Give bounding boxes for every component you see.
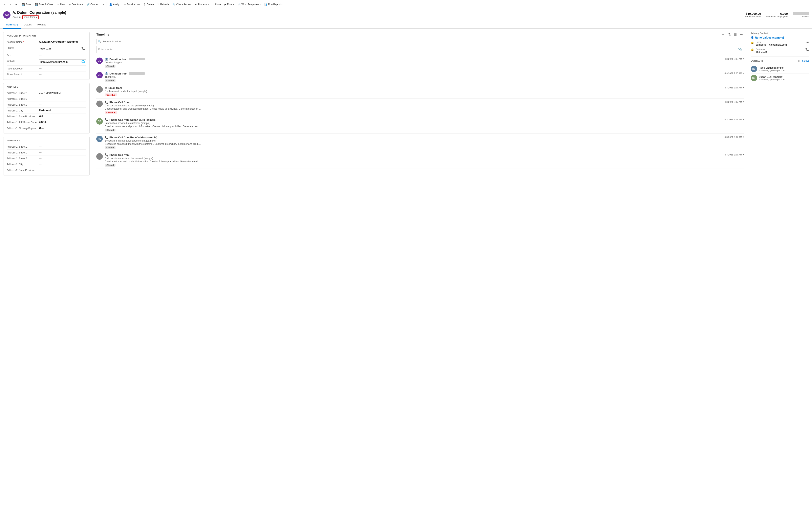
timeline-items-list: JL 🏦 Donation from 4/3/2021 2:08 AM ▾ Of… bbox=[96, 56, 744, 169]
record-header-right: $10,000.00 Annual Revenue 6,200 Number o… bbox=[744, 12, 809, 18]
phone-input[interactable] bbox=[40, 47, 81, 50]
timeline-add-button[interactable]: ＋ bbox=[721, 32, 725, 37]
contact-card-info: Rene Valdes (sample) someone_i@example.c… bbox=[759, 66, 804, 72]
forward-button[interactable]: → bbox=[8, 2, 13, 7]
email-info-block: Email someone_i@example.com bbox=[756, 41, 787, 46]
run-report-button[interactable]: 📊 Run Report ▾ bbox=[263, 2, 284, 7]
field-value-a2-city: --- bbox=[39, 162, 86, 166]
save-close-button[interactable]: 💾 Save & Close bbox=[33, 2, 55, 7]
timeline-item-type-icon: 📞 bbox=[105, 153, 108, 156]
tab-related[interactable]: Related bbox=[34, 21, 49, 29]
delete-button[interactable]: 🗑 Delete bbox=[142, 2, 156, 7]
process-button[interactable]: ⚙ Process ▾ bbox=[193, 2, 210, 7]
contacts-grid-icon[interactable]: ⊞ bbox=[798, 59, 800, 62]
timeline-search-input[interactable] bbox=[103, 40, 742, 43]
save-button[interactable]: 💾 Save bbox=[20, 2, 33, 7]
field-label-a2-city: Address 2: City bbox=[7, 162, 39, 166]
timeline-badge: Overdue bbox=[105, 94, 117, 96]
timeline-item: JL 🏦 Donation from 4/3/2021 2:08 AM ▾ Of… bbox=[96, 56, 744, 70]
field-value-account-name: A. Datum Corporation (sample) bbox=[39, 40, 86, 43]
timeline-item-expand-icon[interactable]: ▾ bbox=[743, 72, 744, 74]
timeline-item: 📞 Phone Call from 4/3/2021 2:07 AM ▾ Cal… bbox=[96, 151, 744, 169]
timeline-item-type-icon: 🏦 bbox=[105, 58, 108, 61]
timeline-badge: Closed bbox=[105, 164, 115, 167]
phone-action-icon[interactable]: 📞 bbox=[805, 48, 809, 51]
timeline-item-title-text: Phone Call from Susan Burk (sample) bbox=[110, 118, 157, 121]
phone-call-icon[interactable]: 📞 bbox=[81, 47, 85, 50]
timeline-item-expand-icon[interactable]: ▾ bbox=[743, 86, 744, 89]
contact-more-menu-icon[interactable]: ⋮ bbox=[806, 67, 809, 71]
flow-button[interactable]: ▶ Flow ▾ bbox=[223, 2, 236, 7]
business-info-block: Business 555-0108 bbox=[756, 48, 767, 53]
flow-icon: ▶ bbox=[224, 3, 226, 6]
timeline-badge: Overdue bbox=[105, 111, 117, 114]
globe-icon[interactable]: 🌐 bbox=[81, 60, 85, 63]
timeline-note[interactable]: Enter a note... 📎 bbox=[96, 46, 744, 53]
new-button[interactable]: ＋ New bbox=[55, 2, 67, 7]
timeline-item-sub: Call back to understand the problem (sam… bbox=[105, 104, 744, 107]
timeline-item-header: 📞 Phone Call from 4/3/2021 2:07 AM ▾ bbox=[105, 101, 744, 104]
timeline-item-expand-icon[interactable]: ▾ bbox=[743, 58, 744, 60]
email-link-button[interactable]: ✉ Email a Link bbox=[122, 2, 142, 7]
timeline-item-content: 🏦 Donation from 4/3/2021 2:08 AM ▾ Offer… bbox=[105, 58, 744, 68]
form-selector[interactable]: main form ▾ bbox=[23, 15, 38, 19]
account-info-section: ACCOUNT INFORMATION Account Name * A. Da… bbox=[3, 32, 90, 80]
timeline-item-expand-icon[interactable]: ▾ bbox=[743, 118, 744, 121]
email-info-row: 🔒 Email someone_i@example.com ✉ bbox=[751, 41, 809, 46]
field-label-street3: Address 1: Street 3 bbox=[7, 103, 39, 106]
share-icon: ↑ bbox=[213, 3, 214, 6]
timeline-item-header: 📞 Phone Call from Susan Burk (sample) 4/… bbox=[105, 118, 744, 121]
check-access-button[interactable]: 🔍 Check Access bbox=[171, 2, 193, 7]
email-value: someone_i@example.com bbox=[756, 43, 787, 46]
connect-button[interactable]: 🔗 Connect bbox=[85, 2, 101, 7]
annual-revenue-stat: $10,000.00 Annual Revenue bbox=[744, 12, 761, 18]
timeline-item-title: 🏦 Donation from bbox=[105, 58, 145, 61]
home-button[interactable]: ● bbox=[14, 2, 18, 7]
address1-title: ADDRESS bbox=[7, 86, 86, 88]
timeline-more-button[interactable]: ⋯ bbox=[739, 32, 744, 37]
contacts-select-button[interactable]: Select bbox=[802, 59, 809, 62]
field-label-account-name: Account Name * bbox=[7, 40, 39, 43]
record-info: A. Datum Corporation (sample) Account ma… bbox=[13, 11, 66, 19]
timeline-item-desc: Scheduled an appointment with the custom… bbox=[105, 143, 202, 145]
assign-button[interactable]: 👤 Assign bbox=[107, 2, 122, 7]
share-button[interactable]: ↑ Share bbox=[211, 2, 222, 7]
timeline-item-sub: Replacement product shipped (sample) bbox=[105, 90, 744, 93]
timeline-item-header: ✉ Email from 4/3/2021 2:07 AM ▾ bbox=[105, 86, 744, 89]
timeline-item-expand-icon[interactable]: ▾ bbox=[743, 101, 744, 103]
email-action-icon[interactable]: ✉ bbox=[806, 41, 809, 44]
timeline-item-content: 📞 Phone Call from 4/3/2021 2:07 AM ▾ Cal… bbox=[105, 153, 744, 167]
field-fax: Fax --- bbox=[7, 52, 86, 58]
timeline-badge: Closed bbox=[105, 129, 115, 131]
field-website: Website 🌐 bbox=[7, 58, 86, 66]
connect-chevron[interactable]: ▾ bbox=[102, 2, 106, 6]
website-input[interactable] bbox=[40, 60, 81, 63]
word-templates-icon: 📄 bbox=[237, 3, 241, 6]
record-header: AD A. Datum Corporation (sample) Account… bbox=[0, 9, 812, 21]
primary-contact-name-link[interactable]: 👤 Rene Valdes (sample) bbox=[751, 36, 809, 39]
field-label-city: Address 1: City bbox=[7, 109, 39, 112]
tab-summary[interactable]: Summary bbox=[3, 21, 21, 29]
contact-more-menu-icon[interactable]: ⋮ bbox=[806, 76, 809, 80]
back-button[interactable]: ← bbox=[2, 2, 7, 7]
record-title: A. Datum Corporation (sample) bbox=[13, 11, 66, 15]
deactivate-button[interactable]: ⊘ Deactivate bbox=[67, 2, 85, 7]
address2-title: ADDRESS 2 bbox=[7, 139, 86, 142]
annual-revenue-value: $10,000.00 bbox=[744, 12, 761, 15]
timeline-list-button[interactable]: ☰ bbox=[733, 32, 738, 37]
timeline-item-title-text: Email from bbox=[108, 86, 122, 89]
assign-icon: 👤 bbox=[109, 3, 112, 6]
timeline-filter-button[interactable]: ⚗ bbox=[727, 32, 731, 37]
timeline-avatar: JL bbox=[96, 58, 103, 64]
field-label-ticker-symbol: Ticker Symbol bbox=[7, 73, 39, 76]
timeline-item-title-text: Phone Call from bbox=[110, 101, 130, 104]
timeline-item-expand-icon[interactable]: ▾ bbox=[743, 136, 744, 138]
contact-card-name: Susan Burk (sample) bbox=[759, 75, 804, 78]
field-ticker-symbol: Ticker Symbol --- bbox=[7, 71, 86, 77]
word-templates-button[interactable]: 📄 Word Templates ▾ bbox=[236, 2, 262, 7]
timeline-item-expand-icon[interactable]: ▾ bbox=[743, 153, 744, 156]
refresh-button[interactable]: ↻ Refresh bbox=[156, 2, 170, 7]
field-phone: Phone 📞 bbox=[7, 45, 86, 52]
employees-value: 6,200 bbox=[766, 12, 788, 15]
tab-details[interactable]: Details bbox=[21, 21, 34, 29]
